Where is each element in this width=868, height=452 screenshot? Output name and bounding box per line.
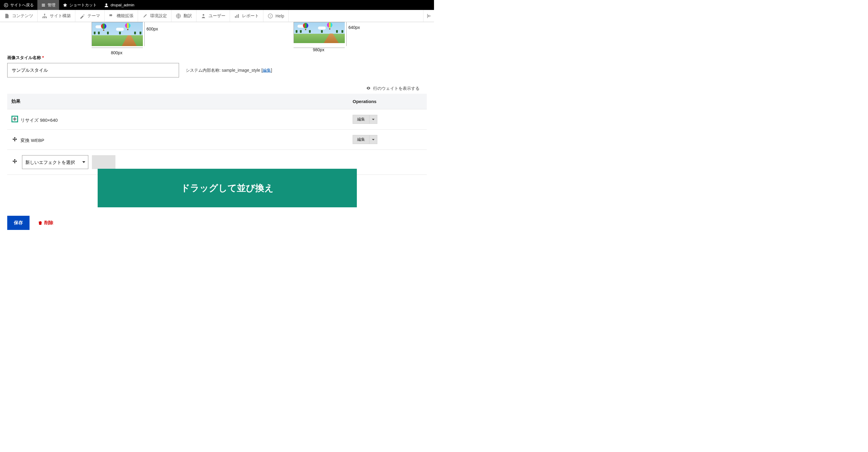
svg-rect-9 (237, 15, 238, 18)
globe-icon (176, 13, 181, 19)
form-actions: 保存 削除 (7, 216, 427, 230)
preview-row: 600px 800px 640px 980px (92, 22, 427, 46)
table-header-row: 効果 Operations (7, 94, 427, 109)
user-menu[interactable]: drupal_admin (100, 0, 138, 10)
delete-label: 削除 (44, 220, 53, 226)
add-effect-button[interactable] (92, 155, 116, 169)
style-name-section: 画像スタイル名称 * システム内部名称: sample_image_style … (7, 55, 427, 77)
back-icon (4, 3, 8, 7)
table-row: 変換 WEBP 編集 (7, 130, 427, 150)
chevron-down-icon (372, 138, 375, 141)
preview-original-height: 600px (147, 27, 158, 31)
appearance-icon (80, 13, 85, 19)
col-operations: Operations (348, 94, 427, 109)
style-name-label: 画像スタイル名称 * (7, 55, 427, 61)
spacer (289, 10, 423, 22)
menu-people[interactable]: ユーザー (196, 10, 230, 22)
show-row-weights-label: 行のウェイトを表示する (373, 86, 420, 91)
save-button[interactable]: 保存 (7, 216, 30, 230)
move-icon (12, 159, 18, 164)
svg-rect-8 (235, 16, 236, 18)
svg-rect-5 (46, 17, 47, 18)
preview-original-image (92, 22, 143, 46)
effects-table: 効果 Operations リサイズ 980×640 編集 (7, 94, 427, 175)
effect-operations: 編集 (352, 115, 377, 124)
machine-name-label: システム内部名称: (186, 68, 221, 73)
collapse-toolbar[interactable] (423, 10, 434, 22)
menu-translate[interactable]: 翻訳 (172, 10, 196, 22)
style-name-input[interactable] (7, 63, 179, 77)
menu-structure[interactable]: サイト構築 (38, 10, 75, 22)
style-name-label-text: 画像スタイル名称 (7, 55, 41, 60)
menu-reports-label: レポート (242, 13, 259, 19)
svg-point-0 (4, 3, 8, 7)
menu-people-label: ユーザー (209, 13, 225, 19)
machine-name-value: sample_image_style (222, 68, 260, 73)
hamburger-icon (41, 3, 46, 7)
edit-effect-button[interactable]: 編集 (353, 137, 369, 142)
new-effect-select[interactable]: 新しいエフェクトを選択 (22, 155, 88, 169)
menu-config[interactable]: 環境設定 (138, 10, 172, 22)
svg-rect-2 (44, 13, 45, 15)
table-row: リサイズ 980×640 編集 (7, 109, 427, 130)
manage-label: 管理 (48, 2, 56, 8)
back-to-site[interactable]: サイトへ戻る (0, 0, 37, 10)
reports-icon (234, 13, 240, 19)
preview-original-width: 800px (111, 50, 122, 55)
svg-rect-4 (44, 17, 45, 18)
machine-name-edit-link[interactable]: 編集 (262, 68, 271, 73)
delete-link[interactable]: 削除 (38, 220, 53, 226)
config-icon (142, 13, 148, 19)
menu-config-label: 環境設定 (150, 13, 167, 19)
menu-extend-label: 機能拡張 (117, 13, 133, 19)
callout-banner: ドラッグして並び換え (98, 169, 357, 207)
menu-appearance-label: テーマ (87, 13, 100, 19)
shortcut-menu[interactable]: ショートカット (59, 0, 100, 10)
collapse-icon (426, 13, 432, 19)
menu-extend[interactable]: 機能拡張 (104, 10, 138, 22)
show-row-weights[interactable]: 行のウェイトを表示する (7, 86, 420, 91)
drag-handle[interactable] (11, 116, 18, 122)
effect-operations: 編集 (352, 135, 377, 144)
topbar: サイトへ戻る 管理 ショートカット drupal_admin (0, 0, 434, 10)
effect-label: 変換 WEBP (21, 138, 44, 143)
preview-styled-height: 640px (348, 25, 360, 30)
trash-icon (38, 221, 42, 225)
people-icon (201, 13, 206, 19)
back-label: サイトへ戻る (10, 2, 34, 8)
menu-content-label: コンテンツ (12, 13, 33, 19)
svg-rect-10 (238, 14, 239, 18)
edit-effect-button[interactable]: 編集 (353, 117, 369, 122)
move-icon (12, 136, 18, 142)
shortcut-label: ショートカット (69, 2, 97, 8)
chevron-down-icon (372, 118, 375, 121)
menu-content[interactable]: コンテンツ (0, 10, 38, 22)
admin-menu: コンテンツ サイト構築 テーマ 機能拡張 環境設定 翻訳 ユーザー レポート ?… (0, 10, 434, 22)
drag-handle[interactable] (11, 158, 18, 164)
col-effect: 効果 (7, 94, 348, 109)
drag-handle[interactable] (11, 136, 18, 142)
operations-dropdown[interactable] (369, 135, 377, 144)
content-icon (4, 13, 10, 19)
preview-styled-width: 980px (313, 47, 324, 52)
user-label: drupal_admin (111, 3, 134, 7)
svg-rect-3 (42, 17, 44, 18)
eye-icon (366, 86, 371, 91)
user-icon (104, 3, 109, 7)
svg-point-1 (105, 3, 107, 5)
menu-reports[interactable]: レポート (230, 10, 264, 22)
menu-structure-label: サイト構築 (50, 13, 71, 19)
star-icon (63, 3, 67, 7)
menu-appearance[interactable]: テーマ (75, 10, 104, 22)
required-mark: * (41, 55, 44, 60)
svg-text:?: ? (270, 14, 271, 18)
effect-label: リサイズ 980×640 (21, 118, 58, 123)
menu-help-label: Help (276, 13, 284, 19)
manage-toggle[interactable]: 管理 (37, 0, 59, 10)
operations-dropdown[interactable] (369, 115, 377, 124)
extend-icon (109, 13, 114, 19)
menu-help[interactable]: ? Help (264, 10, 289, 22)
move-icon (13, 116, 17, 122)
structure-icon (42, 13, 47, 19)
help-icon: ? (268, 13, 273, 19)
